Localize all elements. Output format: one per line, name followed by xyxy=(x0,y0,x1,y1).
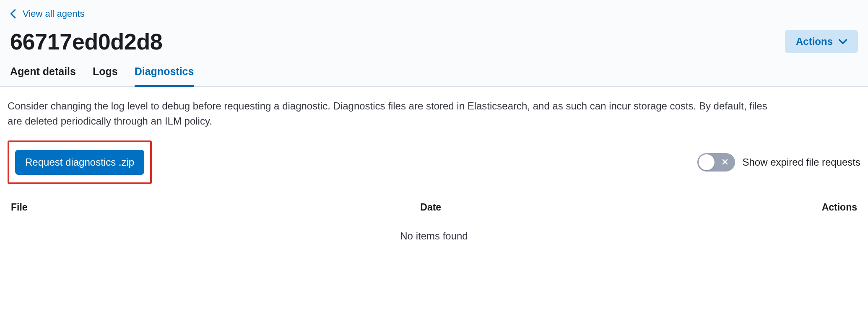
chevron-down-icon xyxy=(839,39,847,44)
column-header-file[interactable]: File xyxy=(8,196,417,219)
diagnostics-table: File Date Actions No items found xyxy=(8,196,860,253)
column-header-actions[interactable]: Actions xyxy=(758,196,860,219)
empty-message: No items found xyxy=(8,219,860,253)
chevron-left-icon xyxy=(10,9,16,18)
toggle-knob xyxy=(699,154,715,170)
tab-diagnostics[interactable]: Diagnostics xyxy=(135,62,194,87)
tabs: Agent details Logs Diagnostics xyxy=(10,62,858,86)
diagnostics-description: Consider changing the log level to debug… xyxy=(8,99,779,129)
x-icon xyxy=(722,158,728,167)
highlight-box: Request diagnostics .zip xyxy=(8,140,152,184)
tab-agent-details[interactable]: Agent details xyxy=(10,62,76,87)
column-header-date[interactable]: Date xyxy=(417,196,758,219)
back-link-label: View all agents xyxy=(23,8,85,19)
table-empty-row: No items found xyxy=(8,219,860,253)
show-expired-toggle[interactable] xyxy=(697,153,735,172)
tab-logs[interactable]: Logs xyxy=(93,62,118,87)
page-title: 66717ed0d2d8 xyxy=(10,29,162,55)
request-diagnostics-button[interactable]: Request diagnostics .zip xyxy=(15,150,144,175)
actions-dropdown-button[interactable]: Actions xyxy=(785,30,858,53)
show-expired-toggle-label: Show expired file requests xyxy=(743,156,860,168)
back-to-agents-link[interactable]: View all agents xyxy=(10,8,85,19)
actions-button-label: Actions xyxy=(796,36,833,47)
